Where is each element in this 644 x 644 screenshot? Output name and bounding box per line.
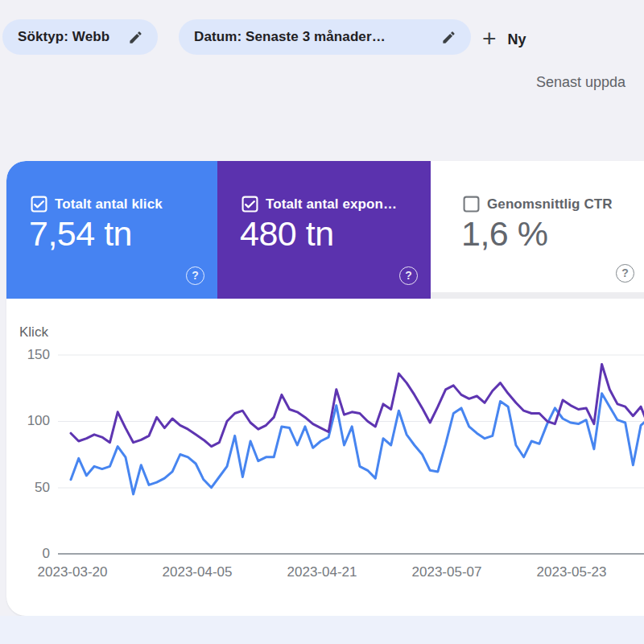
x-tick-date: 2023-05-23: [519, 564, 624, 580]
tile-divider: [431, 292, 644, 299]
x-tick-date: 2023-04-05: [145, 564, 250, 580]
last-updated-text: Senast uppda: [536, 74, 625, 91]
x-tick-date: 2023-04-21: [270, 564, 374, 580]
checkbox-checked-icon[interactable]: [242, 196, 258, 213]
checkbox-checked-icon[interactable]: [31, 196, 47, 213]
x-tick-date: 2023-05-07: [394, 564, 499, 580]
edit-pencil-icon[interactable]: [128, 30, 143, 45]
filter-chip-label: Datum: Senaste 3 månader…: [194, 29, 386, 45]
help-icon[interactable]: ?: [186, 266, 204, 285]
metric-tile-value: 7,54 tn: [29, 214, 132, 254]
new-filter-label: Ny: [508, 31, 526, 48]
metric-tile-label: Totalt antal expon…: [266, 196, 397, 213]
x-tick-date: 2023-03-20: [20, 564, 125, 580]
plus-icon: +: [482, 27, 497, 51]
help-icon[interactable]: ?: [399, 266, 418, 285]
search-console-performance-screen: Söktyp: Webb Datum: Senaste 3 månader… +…: [0, 0, 644, 644]
metric-tile-average-ctr[interactable]: Genomsnittlig CTR 1,6 % ?: [431, 161, 644, 292]
metric-tile-label: Totalt antal klick: [55, 196, 163, 213]
metric-tile-value: 1,6 %: [461, 214, 547, 254]
filter-chip-label: Söktyp: Webb: [18, 29, 109, 45]
metric-tile-label: Genomsnittlig CTR: [487, 196, 613, 213]
new-filter-button[interactable]: + Ny: [482, 24, 526, 55]
edit-pencil-icon[interactable]: [441, 30, 456, 45]
page-background-strip: [0, 616, 644, 644]
clicks-series-line: [71, 394, 644, 494]
checkbox-unchecked-icon[interactable]: [463, 196, 480, 213]
filter-chip-date-range[interactable]: Datum: Senaste 3 månader…: [179, 19, 471, 55]
impressions-series-line: [71, 365, 644, 447]
filter-chip-search-type[interactable]: Söktyp: Webb: [2, 19, 158, 55]
metric-tile-total-clicks[interactable]: Totalt antal klick 7,54 tn ?: [6, 161, 217, 299]
metric-tile-value: 480 tn: [240, 214, 334, 254]
help-icon[interactable]: ?: [616, 264, 634, 283]
metric-tile-total-impressions[interactable]: Totalt antal expon… 480 tn ?: [217, 161, 431, 299]
